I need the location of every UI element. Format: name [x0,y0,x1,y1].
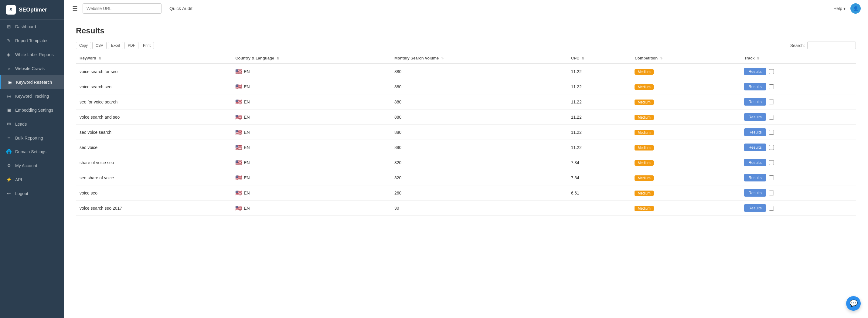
competition-cell: Medium [631,140,741,155]
leads-icon: ✉ [6,121,11,127]
results-button[interactable]: Results [744,98,766,105]
cpc-cell: 11.22 [567,109,631,125]
sidebar-item-embedding-settings[interactable]: ▣ Embedding Settings [0,103,64,117]
results-button[interactable]: Results [744,113,766,121]
results-button[interactable]: Results [744,159,766,166]
quick-audit-button[interactable]: Quick Audit [165,3,197,13]
lang-code: EN [244,130,250,135]
country-cell: 🇺🇸 EN [231,109,391,125]
competition-badge: Medium [634,191,654,196]
results-button[interactable]: Results [744,68,766,75]
track-checkbox[interactable] [769,115,774,120]
keyword-cell: share of voice seo [76,155,231,170]
country-cell: 🇺🇸 EN [231,185,391,200]
table-row: voice search and seo 🇺🇸 EN 880 11.22 Med… [76,109,856,125]
sort-icon: ⇅ [757,57,759,60]
volume-cell: 320 [391,155,567,170]
track-checkbox[interactable] [769,206,774,211]
table-row: seo share of voice 🇺🇸 EN 320 7.34 Medium… [76,170,856,185]
embedding-settings-icon: ▣ [6,107,11,113]
sidebar-item-leads[interactable]: ✉ Leads [0,117,64,131]
excel-button[interactable]: Excel [108,42,123,49]
sidebar-item-logout[interactable]: ↩ Logout [0,187,64,200]
sidebar-item-keyword-research[interactable]: ◉ Keyword Research [0,75,64,89]
lang-code: EN [244,191,250,195]
flag-icon: 🇺🇸 [235,114,242,121]
country-cell: 🇺🇸 EN [231,125,391,140]
sidebar-item-website-crawls[interactable]: ⌕ Website Crawls [0,62,64,75]
competition-badge: Medium [634,160,654,166]
track-checkbox[interactable] [769,176,774,180]
logout-icon: ↩ [6,191,11,196]
csv-button[interactable]: CSV [92,42,106,49]
col-monthly-search-volume: Monthly Search Volume ⇅ [391,53,567,64]
help-button[interactable]: Help ▾ [833,6,845,11]
volume-cell: 880 [391,125,567,140]
track-checkbox[interactable] [769,191,774,195]
sort-icon: ⇅ [441,57,443,60]
topbar-right: Help ▾ 👤 [833,3,861,14]
keyword-cell: voice seo [76,185,231,200]
my-account-icon: ⚙ [6,163,11,168]
volume-cell: 880 [391,79,567,94]
results-button[interactable]: Results [744,189,766,197]
copy-button[interactable]: Copy [76,42,91,49]
track-checkbox[interactable] [769,99,774,104]
table-row: voice search for seo 🇺🇸 EN 880 11.22 Med… [76,64,856,79]
search-label: Search: [790,43,805,48]
flag-icon: 🇺🇸 [235,205,242,212]
track-checkbox[interactable] [769,160,774,165]
hamburger-button[interactable]: ☰ [71,4,79,13]
track-checkbox[interactable] [769,69,774,74]
user-avatar[interactable]: 👤 [850,3,861,14]
track-cell: Results [741,109,856,125]
results-button[interactable]: Results [744,83,766,90]
sidebar-label-embedding-settings: Embedding Settings [15,108,53,113]
flag-icon: 🇺🇸 [235,99,242,105]
sidebar-item-api[interactable]: ⚡ API [0,173,64,187]
sidebar-item-dashboard[interactable]: ⊞ Dashboard [0,20,64,34]
competition-badge: Medium [634,69,654,75]
pdf-button[interactable]: PDF [124,42,138,49]
keyword-cell: voice search seo [76,79,231,94]
chat-bubble[interactable]: 💬 [846,296,861,311]
results-button[interactable]: Results [744,204,766,212]
flag-icon: 🇺🇸 [235,144,242,151]
topbar: ☰ Quick Audit Help ▾ 👤 [64,0,868,17]
sidebar-item-my-account[interactable]: ⚙ My Account [0,159,64,173]
country-cell: 🇺🇸 EN [231,170,391,185]
col-country-&-language: Country & Language ⇅ [231,53,391,64]
cpc-cell: 11.22 [567,64,631,79]
api-icon: ⚡ [6,177,11,182]
col-cpc: CPC ⇅ [567,53,631,64]
sort-icon: ⇅ [99,57,101,60]
sidebar-item-keyword-tracking[interactable]: ◎ Keyword Tracking [0,89,64,103]
table-row: seo voice search 🇺🇸 EN 880 11.22 Medium … [76,125,856,140]
track-checkbox[interactable] [769,130,774,135]
track-checkbox[interactable] [769,145,774,150]
track-checkbox[interactable] [769,84,774,89]
help-label: Help [833,6,842,11]
sidebar-item-domain-settings[interactable]: 🌐 Domain Settings [0,145,64,159]
sidebar-item-white-label[interactable]: ◈ White Label Reports [0,47,64,62]
cpc-cell: 6.61 [567,185,631,200]
competition-cell: Medium [631,185,741,200]
keyword-tracking-icon: ◎ [6,93,11,99]
search-input[interactable] [807,41,856,49]
sidebar-label-dashboard: Dashboard [15,24,36,29]
lang-code: EN [244,206,250,211]
sidebar-logo: S SEOptimer [0,0,64,20]
url-input[interactable] [83,3,161,14]
results-button[interactable]: Results [744,128,766,136]
sidebar-label-website-crawls: Website Crawls [15,66,44,71]
sidebar-item-bulk-reporting[interactable]: ≡ Bulk Reporting [0,131,64,145]
results-button[interactable]: Results [744,144,766,151]
sidebar-item-report-templates[interactable]: ✎ Report Templates [0,34,64,47]
competition-cell: Medium [631,94,741,109]
print-button[interactable]: Print [140,42,154,49]
flag-icon: 🇺🇸 [235,174,242,181]
cpc-cell: 7.34 [567,155,631,170]
flag-icon: 🇺🇸 [235,84,242,90]
results-button[interactable]: Results [744,174,766,182]
cpc-cell: 7.34 [567,170,631,185]
